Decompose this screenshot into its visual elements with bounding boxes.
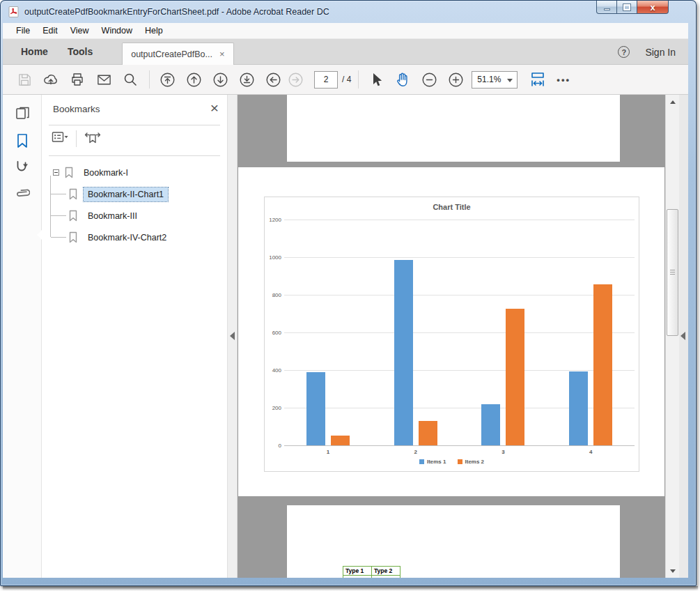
zoom-out-button[interactable] — [419, 69, 440, 90]
expand-tools-pane-icon[interactable] — [680, 332, 685, 340]
page-number-input[interactable] — [314, 71, 338, 89]
divider — [49, 125, 220, 125]
bar-items-1-cat3 — [481, 404, 500, 445]
menu-help[interactable]: Help — [139, 24, 169, 38]
legend-item: Items 2 — [458, 459, 485, 465]
gridline — [284, 257, 635, 258]
bookmark-item[interactable]: Bookmark-III — [42, 205, 224, 227]
toolbar-separator — [149, 70, 150, 89]
document-tab-close-icon[interactable]: × — [219, 49, 225, 59]
triangle-up-icon — [670, 100, 676, 104]
zoom-level-value: 51.1% — [477, 75, 501, 84]
previous-page-button[interactable] — [183, 69, 204, 90]
main-toolbar: / 4 51.1% — [3, 65, 688, 95]
collapse-panel-icon[interactable] — [230, 332, 235, 340]
attachments-panel-button[interactable] — [14, 185, 31, 202]
bookmarks-panel-close-icon[interactable]: × — [210, 100, 219, 115]
y-axis-tick-label: 0 — [265, 443, 281, 449]
signatures-panel-button[interactable] — [14, 159, 31, 176]
chart-title: Chart Title — [265, 203, 639, 211]
tab-home[interactable]: Home — [11, 40, 58, 63]
gridline — [284, 332, 635, 333]
document-tab-label: outputCreatePdfBo... — [131, 49, 212, 59]
hand-icon — [394, 71, 411, 88]
window-shadow — [3, 586, 698, 590]
share-button[interactable] — [40, 69, 61, 90]
x-axis-tick-label: 3 — [489, 449, 517, 455]
next-page-button[interactable] — [210, 69, 231, 90]
bar-items-2-cat4 — [593, 284, 612, 445]
close-button[interactable]: x — [637, 1, 669, 14]
bookmark-icon — [68, 231, 78, 244]
table-header-cell: Type 1 — [343, 567, 372, 576]
collapse-expander-icon[interactable] — [53, 169, 59, 176]
thumb-grip — [670, 270, 675, 275]
table-value-cell: 985 — [372, 576, 400, 578]
bookmark-item[interactable]: Bookmark-IV-Chart2 — [42, 227, 224, 248]
last-page-icon — [238, 71, 256, 89]
bar-items-2-cat3 — [506, 309, 524, 445]
select-tool-button[interactable] — [366, 69, 387, 90]
bookmarks-panel-button[interactable] — [14, 132, 31, 149]
bar-items-2-cat1 — [331, 436, 350, 445]
divider — [49, 155, 220, 156]
more-tools-button[interactable]: ••• — [557, 75, 570, 85]
hand-tool-button[interactable] — [392, 69, 413, 90]
cloud-upload-icon — [43, 72, 59, 87]
bookmarks-tree: Bookmark-IBookmark-II-Chart1Bookmark-III… — [42, 162, 224, 578]
zoom-in-button[interactable] — [445, 69, 466, 90]
first-page-icon — [159, 71, 176, 89]
email-button[interactable] — [93, 69, 114, 90]
help-icon[interactable]: ? — [618, 46, 630, 58]
minus-circle-icon — [421, 71, 438, 89]
menu-view[interactable]: View — [64, 24, 95, 38]
close-icon: x — [650, 3, 655, 12]
next-view-button[interactable] — [285, 69, 306, 90]
expand-current-bookmark-button[interactable] — [84, 130, 102, 148]
first-page-button[interactable] — [157, 69, 178, 90]
last-page-button[interactable] — [236, 69, 257, 90]
bookmark-item[interactable]: Bookmark-II-Chart1 — [42, 183, 224, 205]
bar-items-1-cat2 — [394, 260, 413, 445]
print-button[interactable] — [67, 69, 88, 90]
vertical-scrollbar[interactable] — [665, 95, 679, 578]
tools-pane-strip — [679, 95, 688, 578]
fit-width-button[interactable] — [527, 69, 548, 90]
page-thumbnails-button[interactable] — [14, 106, 31, 123]
document-area: Chart Title 0200400600800100012001234Ite… — [238, 95, 665, 578]
bookmarks-panel: Bookmarks × Bookmark-IBookmark-II-Chart1… — [42, 95, 228, 578]
bookmark-icon — [15, 133, 29, 149]
bookmark-options-button[interactable] — [52, 130, 69, 147]
menu-window[interactable]: Window — [95, 24, 139, 38]
tab-tools[interactable]: Tools — [58, 40, 102, 63]
bookmark-label: Bookmark-IV-Chart2 — [84, 231, 171, 245]
search-button[interactable] — [120, 69, 141, 90]
document-page-2: Chart Title 0200400600800100012001234Ite… — [238, 167, 664, 496]
scrollbar-thumb[interactable] — [667, 209, 678, 336]
save-button[interactable] — [14, 69, 35, 90]
menu-edit[interactable]: Edit — [36, 24, 64, 38]
minimize-button[interactable] — [596, 1, 617, 14]
table-value-cell: 390 — [343, 576, 372, 578]
envelope-icon — [96, 72, 112, 88]
x-axis-tick-label: 1 — [314, 449, 342, 455]
sign-in-button[interactable]: Sign In — [645, 47, 676, 58]
floppy-disk-icon — [17, 72, 32, 87]
zoom-level-select[interactable]: 51.1% — [472, 71, 518, 89]
panel-splitter[interactable] — [228, 95, 238, 578]
window-title: outputCreatePdfBookmarkEntryForChartShee… — [24, 7, 329, 17]
restore-button[interactable] — [617, 1, 637, 14]
u-turn-arrow-icon — [15, 160, 30, 175]
tree-line — [51, 237, 66, 238]
bookmark-item[interactable]: Bookmark-I — [42, 162, 224, 183]
tab-document[interactable]: outputCreatePdfBo... × — [122, 43, 233, 65]
fit-width-icon — [529, 71, 546, 88]
scroll-up-button[interactable] — [666, 95, 680, 109]
y-axis-tick-label: 200 — [265, 405, 281, 411]
scroll-down-button[interactable] — [666, 564, 680, 578]
bookmark-icon — [68, 188, 78, 201]
bar-items-2-cat2 — [419, 421, 437, 445]
menu-file[interactable]: File — [10, 24, 36, 38]
x-axis-tick-label: 2 — [402, 449, 430, 455]
previous-view-button[interactable] — [263, 69, 283, 90]
